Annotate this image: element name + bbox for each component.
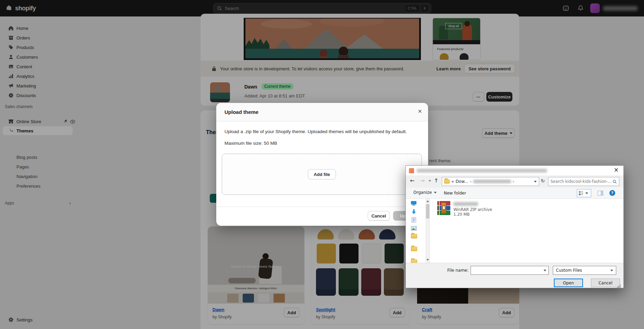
crumb-prefix: « [451, 179, 454, 184]
nav-desktop-icon[interactable] [411, 201, 417, 207]
nav-pane-scrollbar[interactable] [425, 199, 430, 263]
nav-pictures-icon[interactable] [411, 225, 417, 232]
back-icon[interactable]: ← [410, 178, 414, 184]
crumb-downloads[interactable]: Dow... [455, 179, 468, 184]
nav-folder-icon-1[interactable] [411, 234, 417, 238]
add-file-button[interactable]: Add file [308, 169, 336, 179]
nav-folder-icon-2[interactable] [411, 247, 417, 251]
file-name-field-label: File name: [447, 268, 469, 273]
modal-max-size: Maximum file size: 50 MB [224, 141, 277, 146]
nav-documents-icon[interactable] [412, 217, 416, 224]
scroll-down-icon[interactable] [426, 259, 429, 261]
windows-open-file-dialog: × ← → ↑ « Dow... › › ↻ Search kidscool-k… [405, 165, 624, 288]
views-split-button[interactable] [577, 189, 591, 197]
organize-button[interactable]: Organize [413, 190, 437, 195]
modal-description: Upload a .zip file of your Shopify theme… [224, 129, 407, 134]
file-type-label: WinRAR ZIP archive [453, 207, 492, 212]
refresh-icon[interactable]: ↻ [541, 178, 545, 183]
modal-title: Upload theme [224, 109, 258, 115]
dialog-cancel-button[interactable]: Cancel [591, 279, 620, 287]
file-type-select[interactable]: Custom Files [553, 266, 616, 275]
upload-theme-modal: Upload theme × Upload a .zip file of you… [216, 103, 428, 226]
folder-icon [444, 179, 450, 184]
select-chevron-icon [610, 270, 613, 271]
dialog-close-icon[interactable]: × [614, 167, 619, 173]
address-bar[interactable]: « Dow... › › [442, 177, 539, 186]
screen: shopify Search CTRL K Home Orders [0, 0, 644, 329]
file-size-label: 1.20 MB [453, 212, 470, 217]
modal-cancel-button[interactable]: Cancel [368, 211, 390, 221]
address-dropdown-chevron[interactable] [534, 181, 537, 183]
nav-downloads-icon[interactable] [411, 209, 416, 216]
views-grid-icon [579, 191, 583, 196]
forward-icon: → [420, 178, 425, 184]
history-chevron-icon[interactable] [428, 180, 431, 182]
modal-close-icon[interactable]: × [418, 108, 422, 115]
dialog-title-redacted [417, 169, 547, 173]
search-box-value: Search kidscool-kids-fashion-... [550, 179, 611, 184]
file-name-redacted[interactable] [453, 202, 478, 206]
new-folder-button[interactable]: New folder [444, 191, 466, 196]
file-dropzone[interactable]: Add file [222, 154, 422, 195]
file-type-selected-value: Custom Files [556, 268, 582, 273]
crumb-separator-2: › [513, 179, 514, 184]
organize-chevron-icon [434, 192, 437, 193]
combobox-chevron-icon [544, 270, 546, 271]
resize-grip[interactable] [620, 284, 621, 285]
scroll-up-icon[interactable] [426, 200, 429, 202]
crumb-folder-redacted [473, 180, 511, 183]
search-magnifier-icon [612, 179, 617, 184]
crumb-separator: › [470, 179, 472, 184]
scrollbar-thumb[interactable] [426, 204, 429, 219]
help-button[interactable]: ? [609, 190, 615, 196]
file-name-combobox[interactable] [471, 266, 549, 275]
dialog-titlebar[interactable]: × [406, 166, 623, 175]
winrar-file-icon[interactable] [437, 201, 450, 215]
dialog-app-icon [409, 168, 414, 173]
views-chevron-icon [585, 192, 588, 194]
up-icon[interactable]: ↑ [434, 178, 438, 184]
preview-pane-button[interactable] [596, 189, 605, 197]
search-box[interactable]: Search kidscool-kids-fashion-... [548, 177, 619, 186]
open-button[interactable]: Open [554, 279, 583, 287]
